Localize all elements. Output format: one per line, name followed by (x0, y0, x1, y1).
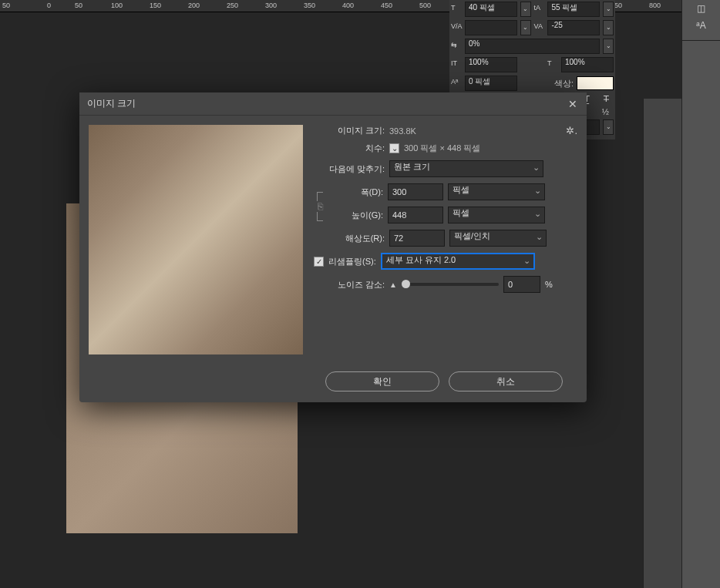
ruler-tick: 50 (2, 2, 10, 9)
noise-slider[interactable] (402, 283, 499, 286)
right-sidebar: ◫ ªA (681, 0, 720, 588)
image-size-value: 393.8K (389, 126, 416, 136)
ruler-tick: 200 (188, 2, 200, 9)
ruler-tick: 500 (419, 2, 431, 9)
dialog-title-text: 이미지 크기 (87, 97, 136, 110)
scale-input[interactable]: 0% (465, 39, 600, 54)
ruler-tick: 250 (227, 2, 238, 9)
ruler-tick: 100 (111, 2, 123, 9)
right-sidebar-2 (643, 99, 681, 588)
expand-panel-icon[interactable]: ◫ (682, 0, 720, 17)
resolution-input[interactable] (389, 230, 445, 247)
dropdown-icon[interactable]: ⌄ (520, 2, 531, 17)
vscale-icon: IT (451, 59, 462, 70)
dimensions-value: 300 픽셀 × 448 픽셀 (404, 143, 480, 154)
leading-icon: tA (534, 4, 545, 15)
height-input[interactable] (388, 207, 443, 223)
resample-checkbox[interactable]: ✓ (314, 257, 324, 267)
font-size-input[interactable]: 40 픽셀 (465, 2, 517, 17)
text-color-swatch[interactable] (577, 76, 614, 90)
ruler-tick: 50 (75, 2, 82, 9)
width-input[interactable] (388, 183, 443, 200)
strike-icon[interactable]: T̶ (604, 94, 609, 104)
width-unit-select[interactable]: 픽셀 (448, 183, 545, 200)
dimensions-toggle[interactable]: ⌄ (389, 143, 399, 153)
ruler-tick: 400 (342, 2, 354, 9)
close-icon[interactable]: ✕ (567, 98, 579, 110)
fit-to-label: 다음에 맞추기: (314, 163, 385, 175)
ruler-tick: 450 (381, 2, 392, 9)
ok-button[interactable]: 확인 (325, 371, 439, 391)
dropdown-icon[interactable]: ⌄ (603, 39, 614, 54)
fit-to-select[interactable]: 원본 크기 (389, 160, 543, 177)
image-size-label: 이미지 크기: (314, 125, 385, 136)
dropdown-icon[interactable]: ⌄ (603, 20, 614, 35)
resolution-unit-select[interactable]: 픽셀/인치 (449, 230, 547, 247)
baseline-icon: Aª (451, 78, 462, 89)
link-bracket: ⎘ (314, 183, 326, 230)
ruler-tick: 300 (265, 2, 277, 9)
vscale-input[interactable]: 100% (465, 57, 517, 72)
height-unit-select[interactable]: 픽셀 (448, 207, 545, 223)
tracking-input[interactable]: -25 (547, 20, 600, 35)
width-label: 폭(D): (326, 186, 383, 198)
tracking-icon: VA (534, 22, 545, 33)
ruler-tick: 350 (304, 2, 315, 9)
resample-select[interactable]: 세부 묘사 유지 2.0 (381, 253, 535, 270)
dropdown-icon[interactable]: ⌄ (603, 2, 614, 17)
fractions-icon[interactable]: ½ (602, 107, 609, 116)
dropdown-icon[interactable]: ⌄ (603, 119, 614, 135)
resample-label: 리샘플링(S): (328, 256, 376, 267)
dropdown-icon[interactable]: ⌄ (520, 20, 531, 35)
dimensions-label: 치수: (314, 143, 385, 154)
link-icon[interactable]: ⎘ (318, 201, 323, 212)
resolution-label: 해상도(R): (314, 233, 385, 244)
slider-start-icon: ▲ (389, 281, 397, 289)
leading-input[interactable]: 55 픽셀 (547, 2, 600, 17)
preview-image (89, 125, 303, 354)
hscale-input[interactable]: 100% (561, 57, 614, 72)
kerning-icon: V/A (451, 22, 462, 33)
paragraph-icon[interactable]: ªA (682, 17, 720, 34)
cancel-button[interactable]: 취소 (449, 371, 563, 391)
color-label: 색상: (554, 78, 574, 89)
baseline-input[interactable]: 0 픽셀 (465, 76, 517, 91)
kerning-input[interactable] (465, 20, 517, 35)
noise-input[interactable] (503, 276, 540, 293)
noise-label: 노이즈 감소: (314, 279, 385, 291)
font-size-icon: T (451, 4, 462, 15)
ruler-tick: 150 (150, 2, 161, 9)
height-label: 높이(G): (326, 210, 383, 221)
dialog-titlebar[interactable]: 이미지 크기 ✕ (79, 92, 587, 116)
scale-icon: ⇆ (451, 41, 462, 52)
percent-label: % (545, 280, 553, 289)
ruler-tick: 800 (649, 2, 661, 9)
gear-icon[interactable]: ✲. (566, 125, 577, 136)
ruler-tick: 0 (47, 2, 51, 9)
hscale-icon: T (547, 59, 558, 70)
image-size-dialog: 이미지 크기 ✕ 이미지 크기: 393.8K ✲. 치수: ⌄ 300 픽셀 … (79, 92, 587, 402)
